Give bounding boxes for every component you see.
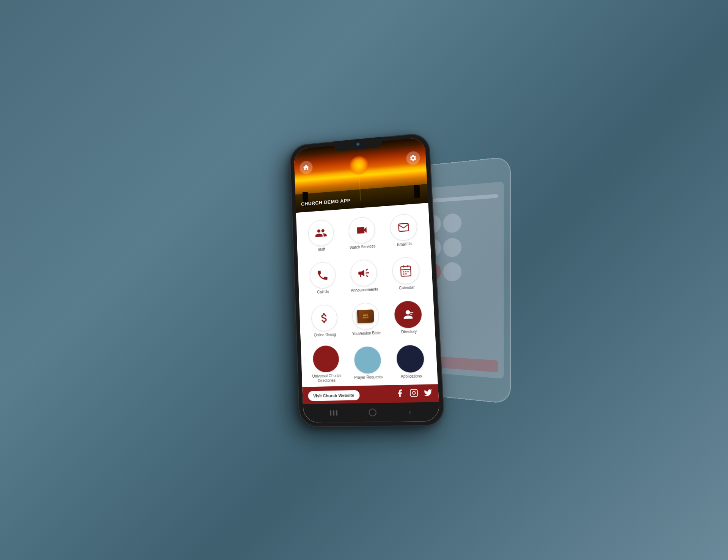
svg-rect-1 bbox=[401, 266, 411, 276]
phone-screen: CHURCH DEMO APP Staff bbox=[294, 137, 440, 422]
phone-footer: Visit Church Website bbox=[302, 384, 439, 404]
twitter-icon[interactable] bbox=[424, 388, 433, 399]
instagram-icon[interactable] bbox=[410, 388, 419, 399]
calendar-label: Calendar bbox=[399, 285, 415, 290]
watch-services-label: Watch Services bbox=[350, 244, 376, 250]
visit-church-button[interactable]: Visit Church Website bbox=[308, 390, 360, 401]
directory-circle bbox=[394, 300, 422, 328]
universal-church-label: Universal Church Directories bbox=[308, 373, 346, 383]
bible-circle: HOLYBIBLE bbox=[352, 302, 380, 330]
svg-point-13 bbox=[413, 391, 416, 394]
bible-item[interactable]: HOLYBIBLE YouVersion Bible bbox=[345, 298, 386, 340]
dollar-icon bbox=[318, 311, 331, 325]
volume-button bbox=[290, 199, 292, 214]
phone-icon bbox=[316, 268, 329, 282]
applications-label: Applications bbox=[401, 373, 422, 379]
megaphone-icon bbox=[357, 266, 370, 280]
bottom-nav-bar: ‹ bbox=[303, 402, 440, 422]
facebook-icon[interactable] bbox=[395, 389, 405, 399]
calendar-icon bbox=[399, 264, 413, 277]
phone-frame: CHURCH DEMO APP Staff bbox=[289, 132, 445, 427]
universal-church-item[interactable]: Universal Church Directories bbox=[306, 343, 346, 384]
email-us-label: Email Us bbox=[397, 242, 413, 247]
announcements-circle bbox=[350, 259, 377, 287]
giving-circle bbox=[311, 304, 338, 331]
svg-rect-11 bbox=[410, 314, 413, 314]
directory-label: Directory bbox=[401, 329, 417, 334]
applications-item[interactable]: Applications bbox=[389, 340, 432, 383]
call-us-label: Call Us bbox=[317, 289, 329, 294]
call-us-item[interactable]: Call Us bbox=[303, 257, 342, 299]
svg-rect-9 bbox=[406, 273, 407, 275]
phone-wrapper: CHURCH DEMO APP Staff bbox=[289, 132, 445, 427]
staff-icon bbox=[314, 226, 327, 239]
online-giving-item[interactable]: Online Giving bbox=[304, 300, 344, 342]
staff-label: Staff bbox=[318, 247, 325, 252]
nav-lines-icon bbox=[329, 410, 337, 416]
church-icon bbox=[303, 163, 310, 171]
prayer-circle bbox=[354, 346, 381, 373]
email-circle bbox=[390, 213, 418, 242]
watch-services-circle bbox=[348, 216, 375, 244]
call-circle bbox=[309, 261, 336, 289]
svg-rect-6 bbox=[405, 271, 406, 272]
video-icon bbox=[355, 223, 369, 237]
announcements-label: Announcements bbox=[351, 287, 378, 293]
settings-icon bbox=[409, 154, 417, 162]
watch-services-item[interactable]: Watch Services bbox=[342, 212, 382, 254]
prayer-requests-item[interactable]: Prayer Requests bbox=[347, 342, 388, 384]
svg-rect-10 bbox=[410, 312, 414, 313]
email-icon bbox=[397, 220, 411, 234]
svg-rect-12 bbox=[410, 389, 418, 396]
nav-back-button[interactable]: ‹ bbox=[408, 408, 411, 416]
universal-church-circle bbox=[312, 345, 339, 372]
svg-rect-8 bbox=[403, 273, 405, 275]
staff-circle bbox=[308, 219, 334, 247]
svg-rect-7 bbox=[408, 271, 409, 272]
camera-icon bbox=[355, 141, 361, 147]
directory-icon bbox=[401, 307, 415, 321]
calendar-circle bbox=[392, 256, 420, 284]
app-grid: Staff Watch Services bbox=[296, 203, 438, 387]
svg-rect-5 bbox=[403, 271, 404, 272]
social-icons bbox=[395, 388, 433, 399]
email-us-item[interactable]: Email Us bbox=[383, 209, 425, 252]
church-icon-button[interactable] bbox=[300, 160, 313, 174]
bible-text: HOLYBIBLE bbox=[362, 314, 369, 319]
staff-item[interactable]: Staff bbox=[301, 215, 340, 257]
bible-book-icon: HOLYBIBLE bbox=[357, 309, 374, 323]
svg-line-4 bbox=[401, 269, 411, 270]
nav-home-button[interactable] bbox=[369, 408, 377, 416]
announcements-item[interactable]: Announcements bbox=[344, 255, 384, 297]
svg-point-14 bbox=[416, 391, 416, 391]
settings-icon-button[interactable] bbox=[406, 151, 420, 165]
giving-label: Online Giving bbox=[314, 332, 336, 337]
prayer-label: Prayer Requests bbox=[354, 375, 383, 380]
calendar-item[interactable]: Calendar bbox=[385, 252, 427, 295]
bible-label: YouVersion Bible bbox=[352, 331, 381, 336]
svg-rect-0 bbox=[399, 223, 409, 231]
directory-item[interactable]: Directory bbox=[388, 296, 430, 339]
applications-circle bbox=[396, 345, 425, 373]
